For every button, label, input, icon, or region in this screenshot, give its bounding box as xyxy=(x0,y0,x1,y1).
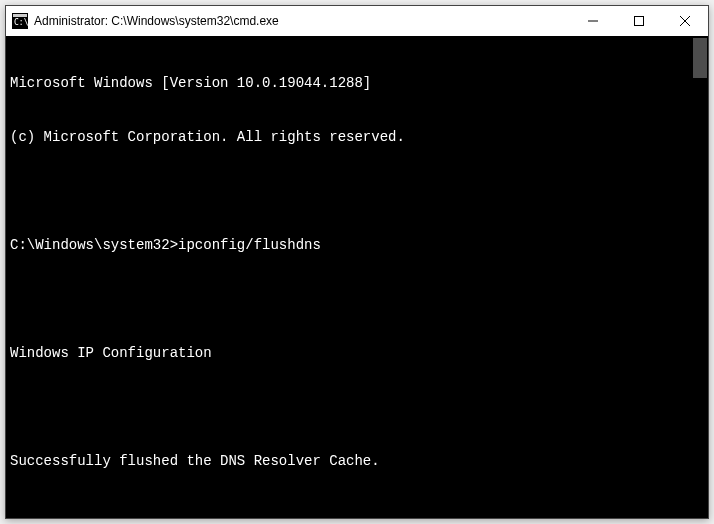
output-line: (c) Microsoft Corporation. All rights re… xyxy=(10,128,690,146)
close-button[interactable] xyxy=(662,6,708,36)
blank-line xyxy=(10,506,690,518)
svg-rect-4 xyxy=(635,17,644,26)
console-area[interactable]: Microsoft Windows [Version 10.0.19044.12… xyxy=(6,36,708,518)
blank-line xyxy=(10,182,690,200)
minimize-icon xyxy=(588,16,598,26)
console-content: Microsoft Windows [Version 10.0.19044.12… xyxy=(10,38,690,518)
prompt-path: C:\Windows\system32> xyxy=(10,237,178,253)
minimize-button[interactable] xyxy=(570,6,616,36)
prompt-line: C:\Windows\system32>ipconfig/flushdns xyxy=(10,236,690,254)
titlebar-buttons xyxy=(570,6,708,36)
cmd-window: C:\ Administrator: C:\Windows\system32\c… xyxy=(5,5,709,519)
blank-line xyxy=(10,398,690,416)
close-icon xyxy=(680,16,690,26)
window-title: Administrator: C:\Windows\system32\cmd.e… xyxy=(34,14,279,28)
output-line: Microsoft Windows [Version 10.0.19044.12… xyxy=(10,74,690,92)
maximize-icon xyxy=(634,16,644,26)
cmd-icon: C:\ xyxy=(12,13,28,29)
vertical-scrollbar[interactable] xyxy=(692,36,708,518)
output-line: Successfully flushed the DNS Resolver Ca… xyxy=(10,452,690,470)
maximize-button[interactable] xyxy=(616,6,662,36)
typed-command: ipconfig/flushdns xyxy=(178,237,321,253)
svg-text:C:\: C:\ xyxy=(14,18,28,27)
scroll-thumb[interactable] xyxy=(693,38,707,78)
blank-line xyxy=(10,290,690,308)
output-line: Windows IP Configuration xyxy=(10,344,690,362)
titlebar[interactable]: C:\ Administrator: C:\Windows\system32\c… xyxy=(6,6,708,36)
svg-rect-1 xyxy=(13,14,27,17)
